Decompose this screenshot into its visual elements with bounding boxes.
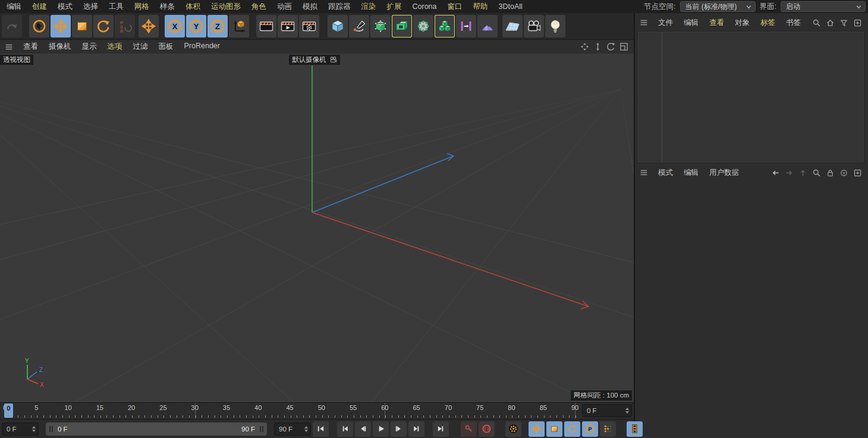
om-menu-item-file[interactable]: 文件 bbox=[653, 18, 678, 28]
record-keyframe-button[interactable] bbox=[461, 421, 477, 437]
rotate-nav-icon[interactable] bbox=[606, 42, 616, 52]
am-menu-item-edit[interactable]: 编辑 bbox=[678, 168, 704, 178]
om-menu-item-tags[interactable]: 标签 bbox=[755, 18, 781, 28]
spinner-arrows[interactable] bbox=[625, 408, 631, 414]
last-tool-psr[interactable]: PSR bbox=[115, 15, 135, 37]
home-icon[interactable] bbox=[826, 18, 835, 27]
attribute-manager-panel[interactable] bbox=[635, 180, 867, 438]
menubar-item-animate[interactable]: 动画 bbox=[272, 2, 297, 12]
viewport-menu-item-prorender[interactable]: ProRender bbox=[179, 42, 225, 52]
viewport-menu-item-filter[interactable]: 过滤 bbox=[128, 42, 153, 52]
hamburger-icon[interactable] bbox=[635, 18, 653, 27]
extrude-generator-button[interactable] bbox=[392, 15, 412, 37]
menubar-item-mesh[interactable]: 网格 bbox=[129, 2, 155, 12]
menubar-item-tools[interactable]: 工具 bbox=[103, 2, 129, 12]
play-forward-button[interactable] bbox=[373, 421, 389, 437]
camera-label[interactable]: 默认摄像机 bbox=[289, 55, 340, 65]
target-icon[interactable] bbox=[839, 168, 848, 177]
zoom-nav-icon[interactable] bbox=[593, 42, 603, 52]
goto-prev-frame-button[interactable] bbox=[355, 421, 371, 437]
render-picture-viewer-button[interactable] bbox=[278, 15, 298, 37]
jump-start-button[interactable] bbox=[313, 421, 329, 437]
deformer-button[interactable] bbox=[413, 15, 433, 37]
search-icon[interactable] bbox=[812, 168, 821, 177]
pan-icon[interactable] bbox=[580, 42, 590, 52]
menubar-item-simulate[interactable]: 模拟 bbox=[297, 2, 323, 12]
hamburger-icon[interactable] bbox=[635, 168, 653, 177]
om-menu-item-edit[interactable]: 编辑 bbox=[678, 18, 704, 28]
coordinate-system-toggle[interactable] bbox=[229, 15, 249, 37]
hamburger-icon[interactable] bbox=[0, 42, 18, 52]
viewport-menu-item-view[interactable]: 查看 bbox=[18, 42, 43, 52]
viewport-menu-item-panel[interactable]: 面板 bbox=[153, 42, 179, 52]
record-parameter-toggle[interactable]: P bbox=[582, 421, 598, 437]
arrow-right-icon[interactable] bbox=[785, 168, 794, 177]
timeline-ruler[interactable]: 051015202530354045505560657075808590 0 0… bbox=[0, 402, 634, 419]
spinner-arrows[interactable] bbox=[32, 426, 38, 432]
slider-right-grip[interactable] bbox=[260, 426, 263, 432]
timeline-playhead[interactable]: 0 bbox=[4, 403, 13, 418]
menubar-item-create[interactable]: 创建 bbox=[27, 2, 52, 12]
am-menu-item-userdata[interactable]: 用户数据 bbox=[704, 168, 744, 178]
add-cube-button[interactable] bbox=[328, 15, 348, 37]
volume-builder-button[interactable] bbox=[435, 15, 455, 37]
undo-button[interactable] bbox=[2, 15, 22, 37]
goto-next-key-button[interactable] bbox=[408, 421, 424, 437]
menubar-item-render[interactable]: 渲染 bbox=[356, 2, 382, 12]
timeline-range-slider[interactable]: 0 F 90 F bbox=[46, 423, 267, 436]
render-settings-button[interactable] bbox=[299, 15, 319, 37]
menubar-item-spline[interactable]: 样条 bbox=[155, 2, 180, 12]
record-scale-toggle[interactable] bbox=[546, 421, 562, 437]
keyframe-selection-button[interactable] bbox=[505, 421, 521, 437]
search-icon[interactable] bbox=[812, 18, 821, 27]
menubar-item-mode[interactable]: 模式 bbox=[52, 2, 78, 12]
range-end-field[interactable]: 90 F bbox=[274, 423, 311, 436]
camera-button[interactable] bbox=[524, 15, 544, 37]
menubar-item-window[interactable]: 窗口 bbox=[442, 2, 468, 12]
viewport-canvas[interactable]: 透视视图 默认摄像机 网格间距 : 100 cm Y Z X bbox=[0, 54, 634, 402]
menubar-item-corona[interactable]: Corona bbox=[407, 2, 442, 11]
lock-icon[interactable] bbox=[826, 168, 835, 177]
lock-y-axis-toggle[interactable]: Y bbox=[186, 15, 206, 37]
move-tool[interactable] bbox=[51, 15, 71, 37]
subdivision-surface-button[interactable] bbox=[370, 15, 391, 37]
lock-z-axis-toggle[interactable]: Z bbox=[207, 15, 228, 37]
menubar-item-character[interactable]: 角色 bbox=[246, 2, 272, 12]
timeline-window-button[interactable] bbox=[627, 421, 643, 437]
node-space-select[interactable]: 当前 (标准/物理) bbox=[680, 1, 756, 12]
mograph-cloner-button[interactable] bbox=[456, 15, 476, 37]
viewport-menu-item-options[interactable]: 选项 bbox=[102, 42, 128, 52]
goto-prev-key-button[interactable] bbox=[337, 421, 353, 437]
floor-button[interactable] bbox=[502, 15, 523, 37]
menubar-item-mograph[interactable]: 运动图形 bbox=[206, 2, 246, 12]
lock-x-axis-toggle[interactable]: X bbox=[165, 15, 185, 37]
menubar-item-extensions[interactable]: 扩展 bbox=[382, 2, 407, 12]
scale-tool[interactable] bbox=[72, 15, 92, 37]
object-manager-panel[interactable] bbox=[637, 31, 864, 163]
menubar-item-select[interactable]: 选择 bbox=[78, 2, 103, 12]
live-selection-tool[interactable] bbox=[29, 15, 49, 37]
viewport-menu-item-cameras[interactable]: 摄像机 bbox=[43, 42, 77, 52]
current-frame-field[interactable]: 0 F bbox=[582, 404, 632, 417]
add-box-icon[interactable] bbox=[853, 168, 862, 177]
om-menu-item-view[interactable]: 查看 bbox=[704, 18, 729, 28]
menubar-item-3dtoall[interactable]: 3DtoAll bbox=[493, 2, 528, 11]
record-rotation-toggle[interactable] bbox=[564, 421, 580, 437]
arrow-left-icon[interactable] bbox=[771, 168, 780, 177]
light-button[interactable] bbox=[545, 15, 565, 37]
am-menu-item-mode[interactable]: 模式 bbox=[653, 168, 678, 178]
spinner-arrows[interactable] bbox=[304, 426, 310, 432]
pen-spline-button[interactable] bbox=[349, 15, 369, 37]
record-pla-toggle[interactable] bbox=[600, 421, 616, 437]
menubar-item-tracker[interactable]: 跟踪器 bbox=[323, 2, 356, 12]
menubar-item-help[interactable]: 帮助 bbox=[468, 2, 493, 12]
viewport-menu-item-display[interactable]: 显示 bbox=[77, 42, 102, 52]
menubar-item-volume[interactable]: 体积 bbox=[180, 2, 206, 12]
maximize-icon[interactable] bbox=[619, 42, 629, 52]
om-menu-item-objects[interactable]: 对象 bbox=[729, 18, 755, 28]
axis-mode-toggle[interactable] bbox=[139, 15, 159, 37]
autokey-toggle[interactable] bbox=[479, 421, 495, 437]
goto-next-frame-button[interactable] bbox=[391, 421, 407, 437]
arrow-up-icon[interactable] bbox=[798, 168, 807, 177]
record-position-toggle[interactable] bbox=[529, 421, 545, 437]
